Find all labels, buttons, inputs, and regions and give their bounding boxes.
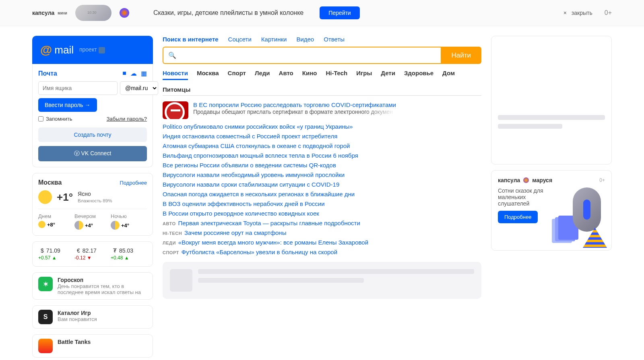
ad-brand1: капсула bbox=[498, 177, 520, 183]
calendar-icon[interactable]: ▦ bbox=[141, 70, 147, 77]
category-tab[interactable]: Авто bbox=[279, 70, 293, 77]
search-tab[interactable]: Соцсети bbox=[228, 36, 252, 43]
search-tab[interactable]: Поиск в интернете bbox=[163, 36, 219, 43]
news-top-link[interactable]: В ЕС попросили Россию расследовать торго… bbox=[193, 101, 396, 108]
sun-icon bbox=[38, 190, 52, 204]
ad-text: Сотни сказок для маленьких слушателей bbox=[498, 187, 546, 207]
horoscope-widget[interactable]: ✶ ГороскопДень понравится тем, кто в пос… bbox=[32, 272, 153, 300]
battle-tanks-icon bbox=[38, 339, 53, 353]
search-input[interactable] bbox=[180, 52, 436, 59]
category-tab[interactable]: Кино bbox=[302, 70, 317, 77]
weather-temp: +1° bbox=[57, 191, 73, 204]
news-link[interactable]: В ВОЗ оценили эффективность нерабочих дн… bbox=[163, 200, 481, 207]
create-mail-button[interactable]: Создать почту bbox=[38, 128, 147, 142]
news-tag: HI-TECH bbox=[163, 231, 182, 236]
ad-kapsula[interactable]: капсула маруся 0+ Сотни сказок для мален… bbox=[491, 170, 612, 251]
weather-forecast: Днем+8° Вечером+4° Ночью+4° bbox=[38, 213, 147, 230]
category-tab[interactable]: Новости bbox=[163, 70, 188, 80]
category-tab[interactable]: Игры bbox=[356, 70, 372, 77]
search-tab[interactable]: Картинки bbox=[261, 36, 287, 43]
category-tab[interactable]: Москва bbox=[197, 70, 219, 77]
news-link[interactable]: Атомная субмарина США столкнулась в океа… bbox=[163, 142, 481, 149]
horoscope-icon: ✶ bbox=[38, 277, 53, 291]
battle-tanks-widget[interactable]: Battle Tanks bbox=[32, 334, 153, 358]
news-top-sub: Продавцы обещают прислать сертификат в ф… bbox=[193, 109, 396, 115]
logo-project: проект bbox=[79, 46, 105, 53]
news-link[interactable]: Все регионы России объявили о введении с… bbox=[163, 162, 481, 169]
category-tab[interactable]: Спорт bbox=[228, 70, 246, 77]
banner-logo-sub: мини bbox=[58, 11, 67, 15]
close-label: закрыть bbox=[572, 10, 592, 16]
news-link[interactable]: Опасная погода ожидается в нескольких ре… bbox=[163, 191, 481, 197]
mail-title[interactable]: Почта bbox=[38, 70, 57, 77]
ad-age: 0+ bbox=[599, 177, 605, 183]
vk-connect-button[interactable]: Ⓥ VK Connect bbox=[38, 146, 147, 161]
banner-orb-icon bbox=[120, 8, 129, 18]
news-link[interactable]: Индия остановила совместный с Россией пр… bbox=[163, 133, 481, 140]
news-link[interactable]: Вильфанд спрогнозировал мощный всплеск т… bbox=[163, 152, 481, 159]
category-tab[interactable]: Здоровье bbox=[404, 70, 433, 77]
news-link[interactable]: В России открыто рекордное количество ко… bbox=[163, 210, 481, 217]
mail-username-input[interactable] bbox=[38, 81, 118, 95]
category-tab[interactable]: Дом bbox=[442, 70, 455, 77]
banner-logo: капсула bbox=[32, 10, 54, 16]
forgot-password-link[interactable]: Забыли пароль? bbox=[107, 116, 147, 122]
remember-input[interactable] bbox=[38, 116, 43, 121]
news-tag: ЛЕДИ bbox=[163, 241, 176, 245]
ad-brand2: маруся bbox=[532, 177, 552, 183]
ad-image bbox=[550, 187, 605, 244]
weather-humidity: Влажность 89% bbox=[78, 198, 112, 203]
remember-checkbox[interactable]: Запомнить bbox=[38, 116, 72, 122]
mail-domain-select[interactable]: @mail.ru bbox=[120, 81, 158, 95]
banner-go-button[interactable]: Перейти bbox=[320, 6, 359, 19]
category-tab[interactable]: Hi-Tech bbox=[326, 70, 347, 77]
news-tag: АВТО bbox=[163, 221, 175, 226]
search-tab[interactable]: Ответы bbox=[324, 36, 345, 43]
ad-orb-icon bbox=[523, 177, 529, 183]
games-icon: S bbox=[38, 310, 53, 324]
search-button[interactable]: Найти bbox=[441, 47, 481, 64]
ad-placeholder-top bbox=[491, 36, 612, 165]
close-icon: × bbox=[564, 10, 567, 16]
news-tagged-link[interactable]: Футболиста «Барселоны» увезли в больницу… bbox=[182, 249, 337, 255]
games-catalog-widget[interactable]: S Каталог ИгрВам понравится bbox=[32, 305, 153, 329]
weather-city: Москва bbox=[38, 179, 62, 186]
currency-rates[interactable]: $71.09+0.57 ▲ €82.17-0.12 ▼ ₮85.03+0.48 … bbox=[32, 241, 153, 267]
logo-mail: mail bbox=[54, 44, 74, 56]
skeleton-loader bbox=[163, 262, 481, 299]
logo-card[interactable]: @ mail проект bbox=[32, 36, 153, 64]
news-tagged-link[interactable]: Зачем россияне орут на смартфоны bbox=[184, 229, 286, 236]
news-tagged-link[interactable]: Первая электрическая Toyota — раскрыты г… bbox=[178, 220, 360, 226]
banner-device-image bbox=[75, 5, 111, 21]
news-link[interactable]: Politico опубликовало снимки российских … bbox=[163, 123, 481, 130]
banner-close-button[interactable]: × закрыть bbox=[564, 10, 592, 16]
ad-more-button[interactable]: Подробнее bbox=[498, 211, 538, 223]
search-icon: 🔍 bbox=[168, 51, 176, 59]
weather-desc: Ясно bbox=[78, 191, 112, 197]
vk-logo-icon: Ⓥ bbox=[74, 150, 81, 156]
enter-password-button[interactable]: Ввести пароль bbox=[38, 98, 97, 112]
category-tab[interactable]: Дети bbox=[381, 70, 395, 77]
video-icon[interactable]: ■ bbox=[122, 70, 126, 77]
news-tag: СПОРТ bbox=[163, 250, 179, 255]
weather-more-link[interactable]: Подробнее bbox=[120, 180, 147, 186]
category-tab[interactable]: Леди bbox=[255, 70, 270, 77]
news-top-thumb[interactable] bbox=[163, 101, 188, 119]
news-link[interactable]: Вирусологи назвали сроки стабилизации си… bbox=[163, 181, 481, 188]
banner-age-label: 0+ bbox=[605, 9, 612, 16]
search-tab[interactable]: Видео bbox=[296, 36, 314, 43]
news-link[interactable]: Вирусологи назвали необходимый уровень и… bbox=[163, 171, 481, 178]
banner-text: Сказки, игры, детские плейлисты в умной … bbox=[153, 9, 303, 16]
cloud-icon[interactable]: ☁ bbox=[130, 70, 137, 77]
logo-at-icon: @ bbox=[40, 43, 52, 57]
vk-icon bbox=[99, 47, 105, 53]
news-tagged-link[interactable]: «Вокруг меня всегда много мужчин»: все р… bbox=[178, 239, 368, 246]
category-tab[interactable]: Питомцы bbox=[163, 86, 190, 93]
